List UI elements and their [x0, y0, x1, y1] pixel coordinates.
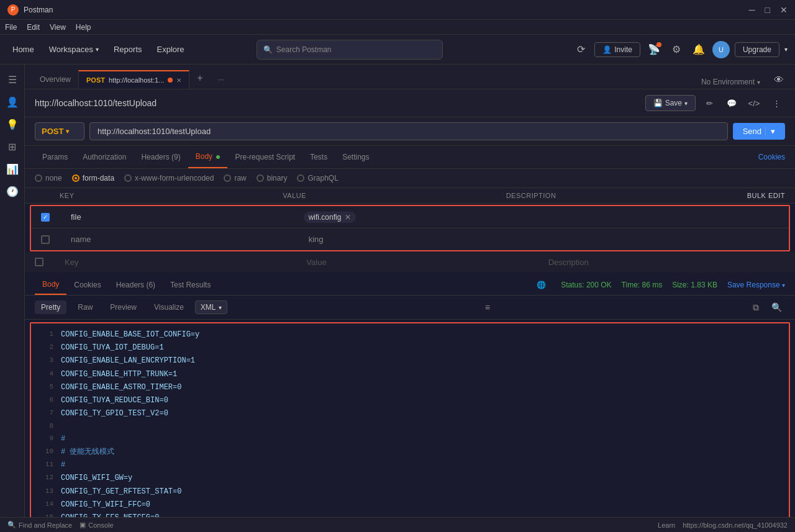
find-replace-button[interactable]: 🔍 Find and Replace: [7, 521, 72, 529]
maximize-button[interactable]: □: [765, 5, 770, 15]
sidebar-icon-collections[interactable]: ☰: [2, 70, 22, 89]
radio-graphql[interactable]: GraphQL: [297, 174, 338, 183]
req-tab-authorization[interactable]: Authorization: [75, 147, 134, 168]
code-text: #: [61, 459, 65, 471]
tab-add-button[interactable]: +: [189, 68, 210, 89]
more-icon[interactable]: ⋮: [768, 94, 785, 112]
radio-raw[interactable]: raw: [224, 174, 246, 183]
xml-format-select[interactable]: XML ▾: [195, 300, 227, 314]
env-chevron-icon: ▾: [757, 79, 760, 86]
form-row-2-key[interactable]: name: [66, 232, 304, 246]
search-bar[interactable]: 🔍 Search Postman: [257, 40, 443, 60]
sync-icon[interactable]: ⟳: [572, 41, 589, 58]
resp-tab-test-results[interactable]: Test Results: [163, 276, 218, 294]
req-tab-headers[interactable]: Headers (9): [134, 147, 188, 168]
nav-reports[interactable]: Reports: [109, 42, 147, 56]
sidebar-icon-environments[interactable]: 💡: [2, 114, 22, 134]
send-arrow-icon[interactable]: ▾: [765, 127, 775, 136]
empty-row-checkbox[interactable]: [35, 258, 43, 266]
resp-fmt-preview[interactable]: Preview: [104, 300, 143, 314]
menu-edit[interactable]: Edit: [27, 23, 40, 32]
save-button[interactable]: 💾 Save ▾: [645, 95, 696, 111]
resp-fmt-raw[interactable]: Raw: [71, 300, 99, 314]
req-tab-settings[interactable]: Settings: [335, 147, 376, 168]
line-number: 1: [36, 329, 53, 341]
code-line: 2CONFIG_TUYA_IOT_DEBUG=1: [31, 341, 789, 354]
invite-button[interactable]: 👤 Invite: [594, 42, 640, 57]
req-tab-tests[interactable]: Tests: [302, 147, 335, 168]
form-row-2-desc[interactable]: [541, 237, 779, 242]
nav-home[interactable]: Home: [7, 42, 39, 56]
minimize-button[interactable]: ─: [749, 5, 755, 15]
titlebar-left: P Postman: [7, 4, 53, 16]
main-layout: ☰ 👤 💡 ⊞ 📊 🕐 Overview POST http://localho…: [0, 65, 795, 532]
tab-current-request[interactable]: POST http://localhost:1... ✕: [78, 70, 189, 89]
tab-close-button[interactable]: ✕: [176, 77, 181, 84]
environment-selector[interactable]: No Environment ▾: [696, 75, 765, 89]
method-select[interactable]: POST ▾: [35, 122, 84, 140]
save-response-button[interactable]: Save Response ▾: [727, 281, 785, 289]
edit-icon[interactable]: ✏: [701, 94, 718, 112]
code-icon[interactable]: </>: [745, 94, 763, 112]
cookies-link[interactable]: Cookies: [758, 153, 785, 161]
send-button[interactable]: Send ▾: [733, 123, 785, 140]
sidebar-icon-apis[interactable]: 👤: [2, 92, 22, 112]
eye-icon[interactable]: 👁: [770, 71, 788, 89]
settings-icon[interactable]: ⚙: [668, 41, 685, 58]
tab-overview[interactable]: Overview: [32, 70, 78, 89]
upgrade-chevron-icon[interactable]: ▾: [784, 46, 788, 53]
window-controls[interactable]: ─ □ ✕: [749, 5, 788, 15]
form-row-1-checkbox[interactable]: ✓: [41, 213, 50, 222]
req-tab-prerequest[interactable]: Pre-request Script: [227, 147, 302, 168]
radio-binary[interactable]: binary: [257, 174, 288, 183]
form-row-1-desc[interactable]: [541, 215, 779, 220]
resp-tab-body[interactable]: Body: [35, 275, 66, 295]
form-row-2-value[interactable]: king: [304, 232, 542, 246]
sidebar-icon-history[interactable]: 🕐: [2, 181, 22, 201]
empty-desc[interactable]: Description: [543, 255, 785, 269]
empty-value[interactable]: Value: [301, 255, 543, 269]
antenna-icon[interactable]: 📡: [645, 41, 663, 58]
resp-tab-cookies[interactable]: Cookies: [66, 276, 108, 294]
empty-key[interactable]: Key: [60, 255, 301, 269]
nav-workspaces[interactable]: Workspaces ▾: [44, 42, 104, 56]
resp-fmt-pretty[interactable]: Pretty: [35, 300, 66, 314]
bell-icon[interactable]: 🔔: [690, 41, 707, 58]
menu-view[interactable]: View: [50, 23, 66, 32]
req-tab-params[interactable]: Params: [35, 147, 75, 168]
nav-explore[interactable]: Explore: [152, 42, 189, 56]
close-button[interactable]: ✕: [780, 5, 788, 15]
menu-file[interactable]: File: [5, 23, 17, 32]
console-icon: ▣: [80, 521, 86, 529]
sidebar-icon-monitors[interactable]: 📊: [2, 159, 22, 179]
file-badge-remove[interactable]: ✕: [345, 213, 351, 222]
copy-icon[interactable]: ⧉: [748, 299, 764, 315]
response-code-area[interactable]: 1CONFIG_ENABLE_BASE_IOT_CONFIG=y2CONFIG_…: [30, 322, 790, 530]
menu-help[interactable]: Help: [76, 23, 91, 32]
resp-fmt-visualize[interactable]: Visualize: [148, 300, 190, 314]
tab-more-button[interactable]: ···: [211, 70, 232, 89]
radio-urlencoded[interactable]: x-www-form-urlencoded: [124, 174, 214, 183]
radio-urlencoded-circle: [124, 174, 132, 182]
radio-form-data[interactable]: form-data: [72, 174, 114, 183]
sidebar-icon-mocks[interactable]: ⊞: [2, 137, 22, 156]
csdn-link[interactable]: https://blog.csdn.net/qq_41004932: [683, 521, 788, 529]
bulk-edit-button[interactable]: Bulk Edit: [729, 192, 785, 199]
console-button[interactable]: ▣ Console: [80, 521, 113, 529]
form-row-2-checkbox[interactable]: [41, 235, 50, 244]
nav-right: ⟳ 👤 Invite 📡 ⚙ 🔔 U Upgrade ▾: [572, 41, 788, 58]
upgrade-button[interactable]: Upgrade: [735, 42, 779, 57]
url-input[interactable]: [89, 122, 728, 140]
menubar: File Edit View Help: [0, 20, 795, 35]
learn-link[interactable]: Learn: [658, 521, 675, 529]
user-avatar[interactable]: U: [712, 41, 730, 58]
request-header: http://localhost:1010/testUpload 💾 Save …: [25, 89, 795, 117]
req-tab-body[interactable]: Body: [188, 146, 228, 168]
filter-icon[interactable]: ≡: [479, 299, 496, 315]
form-row-1-key[interactable]: file: [66, 210, 304, 224]
code-line: 1CONFIG_ENABLE_BASE_IOT_CONFIG=y: [31, 328, 789, 341]
resp-tab-headers[interactable]: Headers (6): [109, 276, 163, 294]
comment-icon[interactable]: 💬: [723, 94, 740, 112]
radio-none[interactable]: none: [35, 174, 62, 183]
search-response-icon[interactable]: 🔍: [769, 299, 785, 315]
